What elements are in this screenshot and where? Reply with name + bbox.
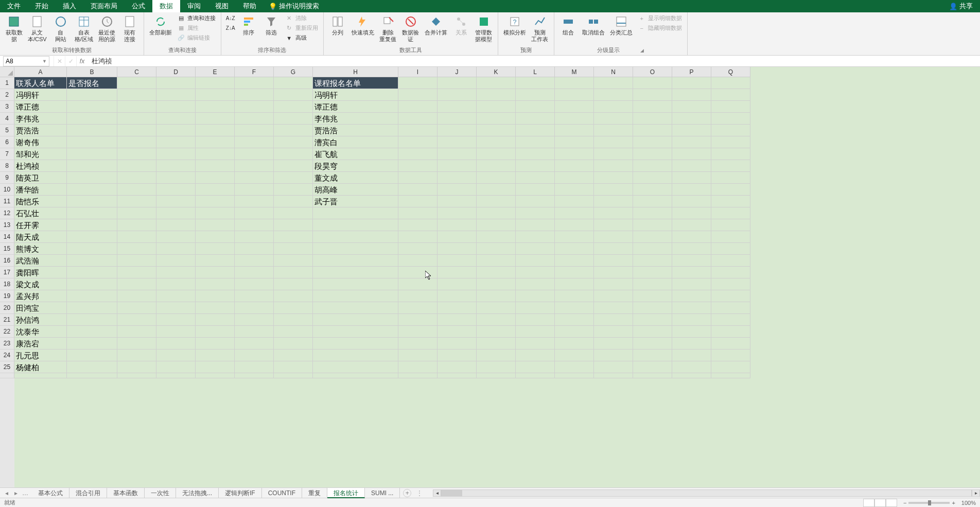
cell-J3[interactable] <box>437 101 477 113</box>
cell-Q26[interactable] <box>711 373 750 378</box>
cell-G17[interactable] <box>274 267 313 278</box>
cell-I18[interactable] <box>398 278 437 290</box>
cell-N23[interactable] <box>594 338 633 349</box>
cell-Q20[interactable] <box>711 302 750 314</box>
cell-B9[interactable] <box>67 172 117 184</box>
sort-za-button[interactable]: Z↓A <box>224 23 237 33</box>
cell-J11[interactable] <box>437 196 477 207</box>
cell-H17[interactable] <box>313 267 398 278</box>
cell-A6[interactable]: 谢奇伟 <box>14 136 67 148</box>
cell-F12[interactable] <box>235 207 274 219</box>
cell-K22[interactable] <box>477 326 516 338</box>
row-header-17[interactable]: 17 <box>0 267 14 278</box>
outline-launcher-icon[interactable]: ◢ <box>640 48 644 53</box>
cell-K9[interactable] <box>477 172 516 184</box>
cell-H7[interactable]: 崔飞航 <box>313 148 398 160</box>
cell-J22[interactable] <box>437 326 477 338</box>
cell-L14[interactable] <box>516 231 555 243</box>
cell-N1[interactable] <box>594 77 633 89</box>
cell-P22[interactable] <box>672 326 711 338</box>
cell-M11[interactable] <box>555 196 594 207</box>
cell-F23[interactable] <box>235 338 274 349</box>
cell-M1[interactable] <box>555 77 594 89</box>
cell-C13[interactable] <box>117 219 156 231</box>
cell-M8[interactable] <box>555 160 594 172</box>
row-header-25[interactable]: 25 <box>0 361 14 373</box>
cell-H16[interactable] <box>313 255 398 267</box>
cell-D6[interactable] <box>156 136 196 148</box>
cell-F8[interactable] <box>235 160 274 172</box>
cell-K11[interactable] <box>477 196 516 207</box>
cell-K10[interactable] <box>477 184 516 196</box>
cell-E12[interactable] <box>196 207 235 219</box>
cell-K23[interactable] <box>477 338 516 349</box>
data-model-button[interactable]: 管理数据模型 <box>473 13 495 44</box>
cell-M18[interactable] <box>555 278 594 290</box>
hscroll-track[interactable] <box>441 489 972 497</box>
cell-D2[interactable] <box>156 89 196 101</box>
cell-O24[interactable] <box>633 349 672 361</box>
cell-I19[interactable] <box>398 290 437 302</box>
cell-B5[interactable] <box>67 125 117 136</box>
cell-P5[interactable] <box>672 125 711 136</box>
cell-I24[interactable] <box>398 349 437 361</box>
cell-H20[interactable] <box>313 302 398 314</box>
cell-D9[interactable] <box>156 172 196 184</box>
cell-M20[interactable] <box>555 302 594 314</box>
cell-F2[interactable] <box>235 89 274 101</box>
row-header-24[interactable]: 24 <box>0 349 14 361</box>
cell-P20[interactable] <box>672 302 711 314</box>
column-header-N[interactable]: N <box>594 67 633 77</box>
cell-P2[interactable] <box>672 89 711 101</box>
sheet-nav-last-icon[interactable]: ▸ <box>11 489 21 497</box>
cell-D12[interactable] <box>156 207 196 219</box>
cell-O20[interactable] <box>633 302 672 314</box>
cell-D1[interactable] <box>156 77 196 89</box>
cell-F20[interactable] <box>235 302 274 314</box>
column-header-A[interactable]: A <box>14 67 67 77</box>
cell-J15[interactable] <box>437 243 477 255</box>
cell-H25[interactable] <box>313 361 398 373</box>
cell-A2[interactable]: 冯明轩 <box>14 89 67 101</box>
cell-L1[interactable] <box>516 77 555 89</box>
cell-F18[interactable] <box>235 278 274 290</box>
cell-B2[interactable] <box>67 89 117 101</box>
cell-G2[interactable] <box>274 89 313 101</box>
cell-K6[interactable] <box>477 136 516 148</box>
cell-L10[interactable] <box>516 184 555 196</box>
cell-L15[interactable] <box>516 243 555 255</box>
cell-L17[interactable] <box>516 267 555 278</box>
cell-K17[interactable] <box>477 267 516 278</box>
cell-A22[interactable]: 沈泰华 <box>14 326 67 338</box>
cell-Q3[interactable] <box>711 101 750 113</box>
cell-E9[interactable] <box>196 172 235 184</box>
cell-H2[interactable]: 冯明轩 <box>313 89 398 101</box>
cell-N24[interactable] <box>594 349 633 361</box>
cell-A24[interactable]: 孔元思 <box>14 349 67 361</box>
row-header-23[interactable]: 23 <box>0 338 14 349</box>
cell-B18[interactable] <box>67 278 117 290</box>
row-header-2[interactable]: 2 <box>0 89 14 101</box>
cell-E23[interactable] <box>196 338 235 349</box>
horizontal-scrollbar[interactable]: ◂ ▸ <box>433 489 980 497</box>
cell-P24[interactable] <box>672 349 711 361</box>
cell-J24[interactable] <box>437 349 477 361</box>
column-header-P[interactable]: P <box>672 67 711 77</box>
cell-K12[interactable] <box>477 207 516 219</box>
cell-O4[interactable] <box>633 113 672 125</box>
cell-E18[interactable] <box>196 278 235 290</box>
cell-I7[interactable] <box>398 148 437 160</box>
cell-O8[interactable] <box>633 160 672 172</box>
cell-D22[interactable] <box>156 326 196 338</box>
cell-P19[interactable] <box>672 290 711 302</box>
cell-C6[interactable] <box>117 136 156 148</box>
row-header-11[interactable]: 11 <box>0 196 14 207</box>
cell-B22[interactable] <box>67 326 117 338</box>
cell-D15[interactable] <box>156 243 196 255</box>
cell-E11[interactable] <box>196 196 235 207</box>
cell-I22[interactable] <box>398 326 437 338</box>
cell-P3[interactable] <box>672 101 711 113</box>
cell-E19[interactable] <box>196 290 235 302</box>
row-header-6[interactable]: 6 <box>0 136 14 148</box>
cell-H23[interactable] <box>313 338 398 349</box>
